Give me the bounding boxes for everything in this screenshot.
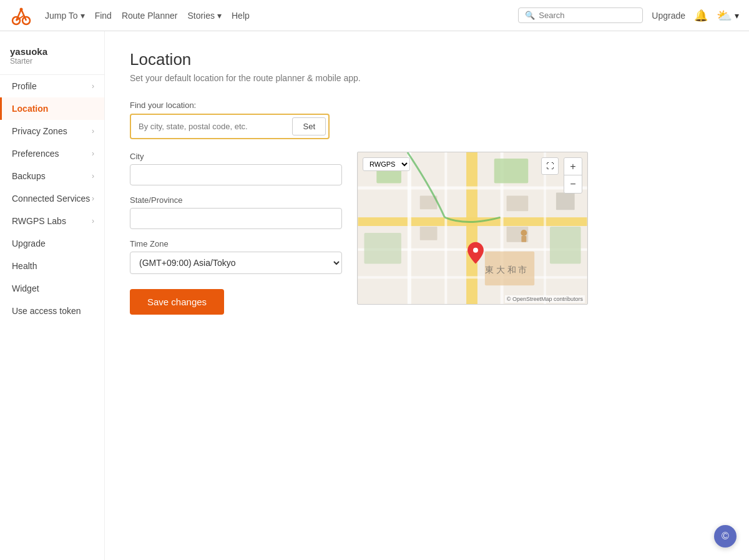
chevron-right-icon: › [92,82,94,91]
svg-rect-10 [544,152,546,304]
svg-point-26 [473,248,478,253]
chevron-down-icon: ▾ [217,11,222,21]
svg-rect-17 [364,233,401,264]
topnav-right: 🔍 Upgrade 🔔 ⛅ ▾ [518,7,739,23]
chevron-down-icon: ▾ [735,11,739,21]
page-title: Location [130,50,642,69]
state-input[interactable]: 東京都 [130,208,342,229]
svg-rect-11 [358,187,587,190]
state-group: State/Province 東京都 [130,195,342,229]
svg-point-27 [521,230,527,236]
svg-rect-7 [408,152,411,304]
sidebar-item-label: Privacy Zones [12,126,67,136]
sidebar-item-profile[interactable]: Profile › [0,75,104,97]
fullscreen-icon: ⛶ [546,162,554,170]
map-zoom-group: + − [564,157,582,194]
map-attribution: © OpenStreetMap contributors [505,295,585,303]
city-group: City 東大和市 [130,152,342,185]
sidebar-item-label: Connected Services [12,194,90,204]
topnav-jump-to[interactable]: Jump To ▾ [45,11,85,21]
sidebar-user: yasuoka Starter [0,37,104,75]
svg-rect-16 [550,227,581,264]
sidebar-item-backups[interactable]: Backups › [0,165,104,187]
sidebar-item-use-access-token[interactable]: Use access token [0,300,104,322]
map-layer-select[interactable]: RWGPS [363,157,410,171]
topnav-help[interactable]: Help [232,11,250,21]
find-location-box: Set [130,114,330,139]
sidebar-item-label: RWGPS Labs [12,216,66,226]
chevron-right-icon: › [92,149,94,158]
svg-rect-19 [420,227,438,240]
main-layout: yasuoka Starter Profile › Location Priva… [0,31,749,560]
sidebar-item-label: Preferences [12,149,59,159]
bell-icon[interactable]: 🔔 [694,9,708,22]
user-avatar-area[interactable]: ⛅ ▾ [717,8,739,23]
sidebar: yasuoka Starter Profile › Location Priva… [0,31,105,560]
map-zoom-in-button[interactable]: + [564,158,582,175]
help-icon: © [722,531,729,542]
search-box[interactable]: 🔍 [518,7,643,23]
sidebar-item-label: Upgrade [12,238,46,248]
sidebar-item-location[interactable]: Location [0,97,104,120]
chevron-right-icon: › [92,127,94,135]
weather-icon: ⛅ [717,8,732,23]
chevron-right-icon: › [92,217,94,225]
svg-rect-8 [444,152,447,304]
svg-point-2 [20,7,23,11]
topnav: Jump To ▾ Find Route Planner Stories ▾ H… [0,0,749,31]
chevron-right-icon: › [92,172,94,180]
sidebar-item-label: Backups [12,171,46,181]
chevron-right-icon: › [92,194,94,203]
city-label: City [130,152,342,161]
map-container: 東 大 和 市 RWGPS [357,152,588,305]
topnav-find[interactable]: Find [95,11,112,21]
set-button[interactable]: Set [292,117,326,135]
svg-rect-28 [521,236,526,242]
map-layer-selector: RWGPS [363,157,410,171]
sidebar-tier: Starter [10,57,94,66]
map-svg: 東 大 和 市 [358,152,587,304]
svg-rect-13 [358,276,587,278]
help-button[interactable]: © [714,525,737,548]
map-fullscreen: ⛶ [541,157,559,175]
search-icon: 🔍 [525,11,535,20]
svg-rect-5 [466,152,477,304]
chevron-down-icon: ▾ [81,11,85,21]
state-label: State/Province [130,195,342,205]
map-fullscreen-button[interactable]: ⛶ [541,157,559,175]
find-location-input[interactable] [134,117,292,135]
topnav-route-planner[interactable]: Route Planner [122,11,178,21]
timezone-group: Time Zone (GMT+09:00) Asia/Tokyo (GMT+00… [130,239,342,274]
topnav-stories[interactable]: Stories ▾ [187,11,222,21]
timezone-select[interactable]: (GMT+09:00) Asia/Tokyo (GMT+00:00) UTC (… [130,252,342,274]
sidebar-item-label: Profile [12,81,37,91]
svg-rect-22 [556,192,575,210]
save-changes-button[interactable]: Save changes [130,289,224,315]
logo[interactable] [10,4,32,27]
sidebar-item-privacy-zones[interactable]: Privacy Zones › [0,120,104,142]
sidebar-item-preferences[interactable]: Preferences › [0,142,104,165]
svg-rect-20 [507,195,529,211]
sidebar-item-widget[interactable]: Widget [0,277,104,300]
map-zoom-out-button[interactable]: − [564,175,582,193]
city-input[interactable]: 東大和市 [130,164,342,185]
timezone-label: Time Zone [130,239,342,248]
sidebar-item-rwgps-labs[interactable]: RWGPS Labs › [0,210,104,232]
page-subtitle: Set your default location for the route … [130,73,642,83]
sidebar-item-label: Health [12,261,37,271]
sidebar-item-label: Use access token [12,306,81,316]
svg-rect-15 [494,159,529,184]
svg-text:東 大 和 市: 東 大 和 市 [485,265,527,275]
form-section: City 東大和市 State/Province 東京都 Time Zone (… [130,152,342,315]
find-location-label: Find your location: [130,101,642,110]
search-input[interactable] [539,11,636,20]
sidebar-username: yasuoka [10,46,94,57]
sidebar-item-upgrade[interactable]: Upgrade [0,232,104,255]
topnav-links: Jump To ▾ Find Route Planner Stories ▾ H… [45,11,506,21]
sidebar-item-connected-services[interactable]: Connected Services › [0,187,104,210]
sidebar-item-health[interactable]: Health [0,255,104,277]
sidebar-item-label: Location [12,104,48,114]
sidebar-item-label: Widget [12,283,39,293]
map-controls: + − [564,157,582,194]
upgrade-button[interactable]: Upgrade [652,11,685,21]
